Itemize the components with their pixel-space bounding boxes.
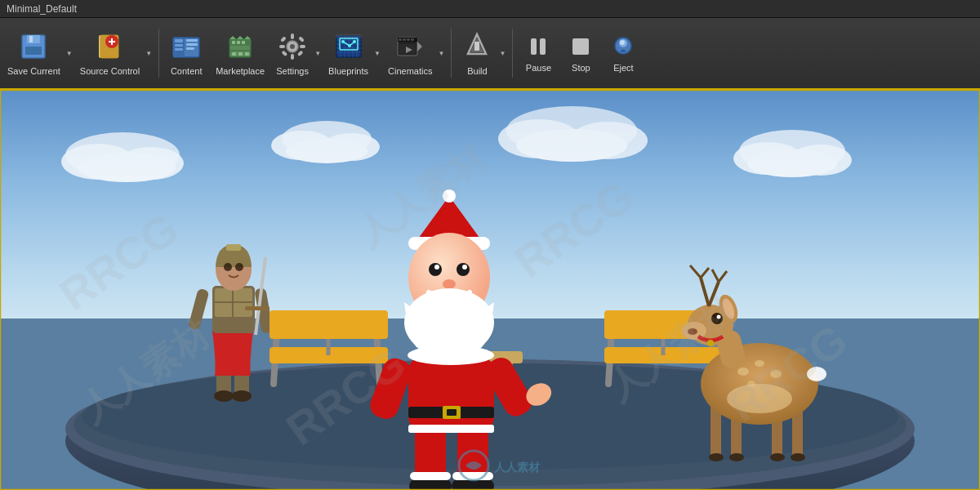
content-label: Content — [171, 66, 203, 76]
save-current-group[interactable]: Save Current ▼ — [3, 22, 74, 84]
blueprints-dropdown[interactable]: ▼ — [372, 22, 382, 84]
svg-rect-1 — [27, 35, 40, 43]
svg-point-129 — [429, 263, 442, 276]
blueprints-icon — [332, 30, 365, 63]
svg-rect-22 — [242, 41, 245, 44]
source-control-button[interactable]: Source Control — [76, 22, 144, 84]
build-dropdown[interactable]: ▼ — [497, 22, 507, 84]
content-button[interactable]: Content — [164, 22, 208, 84]
svg-rect-135 — [408, 355, 494, 433]
pause-icon — [525, 33, 551, 60]
svg-rect-14 — [175, 48, 183, 51]
svg-point-136 — [408, 345, 494, 365]
viewport: RRCG RRCG RRCG RRCG 人人素材 人人素材 人人素材 人人素材 — [0, 90, 980, 490]
svg-point-88 — [747, 149, 837, 177]
divider-2 — [451, 29, 452, 78]
source-control-icon — [94, 30, 127, 63]
svg-point-51 — [348, 44, 351, 47]
svg-rect-24 — [232, 52, 236, 56]
svg-rect-16 — [186, 43, 198, 46]
settings-icon — [276, 30, 309, 63]
svg-point-80 — [286, 139, 368, 163]
svg-rect-58 — [407, 38, 410, 41]
build-button[interactable]: Build — [457, 22, 497, 84]
eject-button[interactable]: Eject — [603, 22, 644, 84]
marketplace-button[interactable]: Marketplace — [210, 22, 270, 84]
settings-label: Settings — [276, 66, 309, 76]
save-current-dropdown[interactable]: ▼ — [65, 22, 74, 84]
svg-point-156 — [770, 453, 785, 461]
eject-label: Eject — [613, 63, 633, 73]
save-current-label: Save Current — [7, 66, 60, 76]
settings-group[interactable]: Settings ▼ — [272, 22, 323, 84]
stop-icon — [568, 33, 594, 60]
eject-icon — [610, 33, 636, 60]
svg-rect-26 — [245, 52, 249, 56]
svg-rect-17 — [186, 47, 194, 50]
cinematics-label: Cinematics — [388, 66, 432, 76]
save-icon — [17, 30, 50, 63]
svg-point-95 — [214, 390, 234, 402]
cinematics-button[interactable]: Cinematics — [384, 22, 436, 84]
stop-button[interactable]: Stop — [560, 22, 601, 84]
svg-point-133 — [443, 279, 456, 289]
cinematics-group[interactable]: Cinematics ▼ — [384, 22, 446, 84]
svg-rect-2 — [25, 47, 42, 55]
svg-rect-20 — [232, 41, 235, 44]
svg-rect-3 — [29, 36, 33, 42]
svg-rect-33 — [280, 36, 287, 42]
play-controls: Pause Stop Eject — [518, 22, 644, 84]
svg-text:人人素材: 人人素材 — [493, 461, 541, 474]
svg-rect-103 — [226, 244, 241, 251]
svg-rect-32 — [300, 45, 305, 48]
svg-point-28 — [290, 44, 295, 49]
svg-rect-149 — [408, 425, 494, 433]
svg-rect-147 — [410, 472, 451, 480]
svg-rect-53 — [336, 34, 362, 38]
cinematics-icon — [394, 30, 426, 63]
pause-button[interactable]: Pause — [518, 22, 559, 84]
save-current-button[interactable]: Save Current — [3, 22, 65, 84]
svg-point-96 — [232, 390, 252, 402]
source-control-dropdown[interactable]: ▼ — [144, 22, 154, 84]
divider-3 — [512, 29, 513, 78]
source-control-group[interactable]: Source Control ▼ — [76, 22, 154, 84]
svg-point-52 — [353, 40, 356, 43]
blueprints-button[interactable]: Blueprints — [324, 22, 372, 84]
source-control-label: Source Control — [80, 66, 140, 76]
svg-rect-114 — [270, 310, 388, 339]
svg-rect-59 — [411, 38, 414, 41]
svg-rect-139 — [447, 409, 457, 416]
marketplace-label: Marketplace — [216, 66, 265, 76]
svg-point-105 — [235, 263, 243, 271]
pause-label: Pause — [526, 63, 551, 73]
build-icon — [461, 30, 493, 63]
svg-point-131 — [434, 265, 439, 270]
svg-rect-65 — [474, 42, 479, 45]
svg-point-84 — [516, 129, 627, 162]
build-group[interactable]: Build ▼ — [457, 22, 507, 84]
svg-point-132 — [462, 265, 467, 270]
settings-button[interactable]: Settings — [272, 22, 313, 84]
svg-rect-25 — [238, 52, 243, 56]
svg-rect-67 — [540, 38, 546, 55]
marketplace-icon — [224, 30, 256, 63]
svg-rect-68 — [572, 38, 589, 55]
svg-point-130 — [457, 263, 470, 276]
toolbar: Save Current ▼ Source Control ▼ — [0, 18, 980, 90]
settings-dropdown[interactable]: ▼ — [313, 22, 323, 84]
svg-point-71 — [620, 40, 625, 45]
blueprints-group[interactable]: Blueprints ▼ — [324, 22, 382, 84]
svg-rect-12 — [175, 39, 183, 42]
svg-point-76 — [78, 153, 176, 182]
svg-point-50 — [341, 40, 345, 43]
content-icon — [170, 30, 203, 63]
svg-rect-30 — [291, 54, 294, 60]
svg-point-154 — [709, 453, 724, 461]
scene-svg: RRCG RRCG RRCG RRCG 人人素材 人人素材 人人素材 人人素材 — [0, 90, 980, 490]
svg-rect-57 — [403, 38, 406, 41]
stop-label: Stop — [572, 63, 590, 73]
title-bar: Minimal_Default — [0, 0, 980, 18]
cinematics-dropdown[interactable]: ▼ — [436, 22, 446, 84]
svg-rect-72 — [0, 90, 980, 318]
